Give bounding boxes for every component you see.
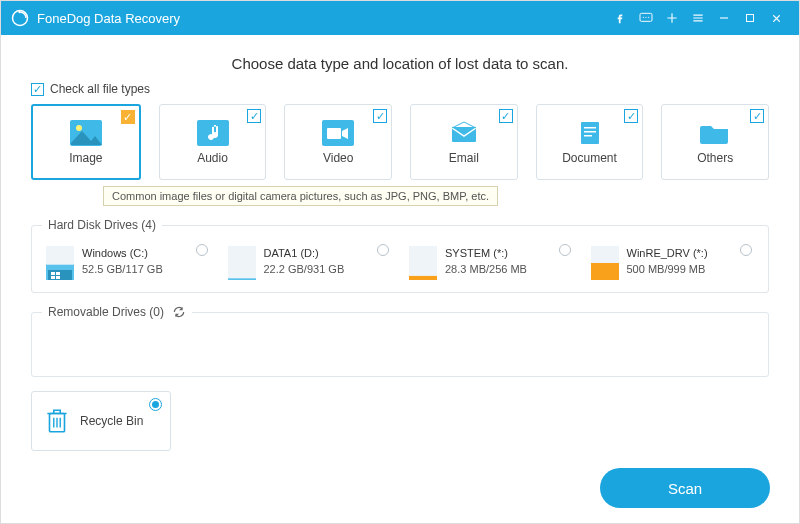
type-label: Video — [323, 151, 353, 165]
svg-rect-15 — [584, 131, 596, 133]
image-icon — [69, 119, 103, 147]
add-icon[interactable] — [659, 5, 685, 31]
drive-info: SYSTEM (*:) 28.3 MB/256 MB — [445, 246, 527, 280]
svg-rect-26 — [409, 246, 437, 280]
drive-icon — [591, 246, 619, 280]
page-heading: Choose data type and location of lost da… — [31, 55, 769, 72]
video-icon — [321, 119, 355, 147]
drive-icon — [228, 246, 256, 280]
type-label: Email — [449, 151, 479, 165]
drive-name: SYSTEM (*:) — [445, 246, 527, 262]
svg-rect-23 — [56, 276, 60, 279]
drive-item[interactable]: DATA1 (D:) 22.2 GB/931 GB — [224, 244, 396, 282]
drive-stat: 500 MB/999 MB — [627, 262, 708, 278]
titlebar: FoneDog Data Recovery — [1, 1, 799, 35]
drive-stat: 28.3 MB/256 MB — [445, 262, 527, 278]
svg-rect-25 — [228, 278, 256, 280]
type-card-video[interactable]: Video — [284, 104, 392, 180]
removable-legend: Removable Drives (0) — [42, 305, 192, 319]
check-all-file-types[interactable]: Check all file types — [31, 82, 769, 96]
svg-rect-22 — [51, 276, 55, 279]
type-check-icon — [750, 109, 764, 123]
radio-icon — [196, 244, 208, 256]
removable-drives-section: Removable Drives (0) — [31, 305, 769, 377]
svg-point-8 — [76, 125, 82, 131]
type-check-icon — [121, 110, 135, 124]
type-label: Others — [697, 151, 733, 165]
type-card-image[interactable]: Image — [31, 104, 141, 180]
svg-rect-29 — [591, 263, 619, 280]
refresh-icon[interactable] — [172, 305, 186, 319]
type-label: Image — [69, 151, 102, 165]
hdd-legend: Hard Disk Drives (4) — [42, 218, 162, 232]
document-icon — [573, 119, 607, 147]
radio-selected-icon — [149, 398, 162, 411]
drive-item[interactable]: SYSTEM (*:) 28.3 MB/256 MB — [405, 244, 577, 282]
svg-rect-12 — [452, 127, 476, 142]
recycle-bin-card[interactable]: Recycle Bin — [31, 391, 171, 451]
svg-rect-16 — [584, 135, 592, 137]
svg-point-4 — [645, 17, 646, 18]
folder-icon — [698, 119, 732, 147]
drive-name: DATA1 (D:) — [264, 246, 345, 262]
email-icon — [447, 119, 481, 147]
type-check-icon — [373, 109, 387, 123]
drive-info: WinRE_DRV (*:) 500 MB/999 MB — [627, 246, 708, 280]
svg-rect-6 — [747, 15, 754, 22]
drive-icon — [409, 246, 437, 280]
checkbox-icon — [31, 83, 44, 96]
drive-item[interactable]: Windows (C:) 52.5 GB/117 GB — [42, 244, 214, 282]
scan-label: Scan — [668, 480, 702, 497]
radio-icon — [559, 244, 571, 256]
svg-rect-20 — [51, 272, 55, 275]
svg-rect-27 — [409, 276, 437, 280]
drive-info: Windows (C:) 52.5 GB/117 GB — [82, 246, 163, 280]
hard-disk-drives-section: Hard Disk Drives (4) Windows (C:) 52.5 G… — [31, 218, 769, 293]
type-label: Document — [562, 151, 617, 165]
facebook-icon[interactable] — [607, 5, 633, 31]
type-card-audio[interactable]: Audio — [159, 104, 267, 180]
svg-rect-24 — [228, 246, 256, 280]
type-check-icon — [247, 109, 261, 123]
scan-button[interactable]: Scan — [600, 468, 770, 508]
type-card-document[interactable]: Document — [536, 104, 644, 180]
minimize-icon[interactable] — [711, 5, 737, 31]
svg-rect-21 — [56, 272, 60, 275]
check-all-label: Check all file types — [50, 82, 150, 96]
type-label: Audio — [197, 151, 228, 165]
type-check-icon — [624, 109, 638, 123]
type-check-icon — [499, 109, 513, 123]
app-logo-icon — [11, 9, 29, 27]
audio-icon — [196, 119, 230, 147]
close-icon[interactable] — [763, 5, 789, 31]
drive-name: WinRE_DRV (*:) — [627, 246, 708, 262]
maximize-icon[interactable] — [737, 5, 763, 31]
svg-rect-14 — [584, 127, 596, 129]
feedback-icon[interactable] — [633, 5, 659, 31]
type-card-others[interactable]: Others — [661, 104, 769, 180]
app-title: FoneDog Data Recovery — [37, 11, 180, 26]
drive-stat: 22.2 GB/931 GB — [264, 262, 345, 278]
radio-icon — [377, 244, 389, 256]
svg-rect-13 — [581, 122, 599, 144]
removable-label: Removable Drives (0) — [48, 305, 164, 319]
drive-info: DATA1 (D:) 22.2 GB/931 GB — [264, 246, 345, 280]
drive-icon — [46, 246, 74, 280]
svg-rect-11 — [327, 128, 341, 139]
radio-icon — [740, 244, 752, 256]
drive-item[interactable]: WinRE_DRV (*:) 500 MB/999 MB — [587, 244, 759, 282]
type-tooltip: Common image files or digital camera pic… — [103, 186, 498, 206]
file-type-row: Image Audio Video Email Document Others — [31, 104, 769, 180]
drive-stat: 52.5 GB/117 GB — [82, 262, 163, 278]
trash-icon — [44, 406, 70, 436]
type-card-email[interactable]: Email — [410, 104, 518, 180]
menu-icon[interactable] — [685, 5, 711, 31]
recycle-label: Recycle Bin — [80, 414, 143, 428]
svg-point-3 — [643, 17, 644, 18]
drive-name: Windows (C:) — [82, 246, 163, 262]
svg-point-5 — [648, 17, 649, 18]
